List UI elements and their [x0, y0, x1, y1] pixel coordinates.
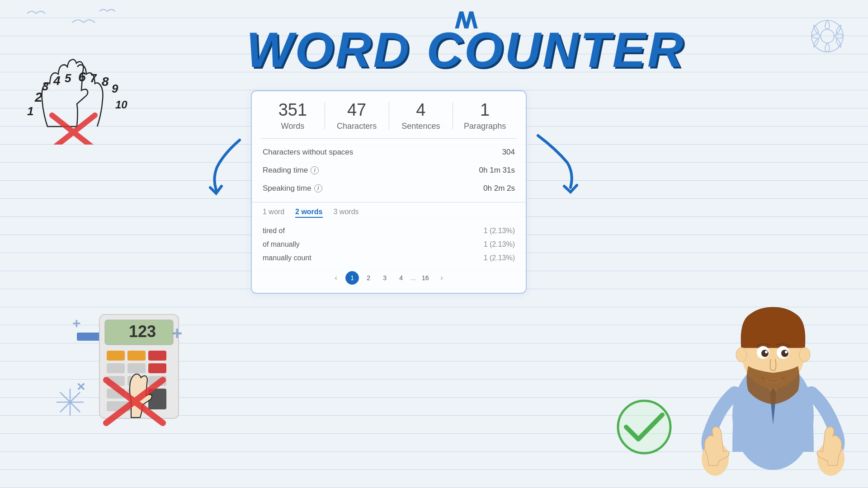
freq-phrase-3: manually count [263, 254, 311, 262]
svg-point-50 [781, 350, 788, 357]
reading-time-row: Reading time i 0h 1m 31s [263, 161, 515, 179]
words-label: Words [261, 122, 325, 131]
green-checkmark [615, 398, 669, 452]
svg-text:6: 6 [78, 69, 86, 84]
page-2[interactable]: 2 [362, 271, 375, 285]
pagination-next[interactable]: › [435, 271, 448, 285]
reading-time-label-group: Reading time i [263, 166, 319, 175]
calculator-illustration: + + % × 0% 123 [72, 292, 199, 434]
numbers-decoration: 1 2 3 4 5 6 7 8 9 10 [11, 45, 156, 146]
speaking-time-info-icon[interactable]: i [314, 184, 322, 192]
freq-phrase-1: tired of [263, 227, 285, 235]
top-stats-row: 351 Words 47 Characters 4 Sentences 1 Pa… [261, 100, 517, 139]
pagination: ‹ 1 2 3 4 ... 16 › [263, 265, 515, 288]
svg-text:2: 2 [34, 89, 42, 104]
frequency-section: 1 word 2 words 3 words tired of 1 (2.13%… [252, 202, 526, 288]
page-1[interactable]: 1 [345, 271, 359, 285]
chars-no-spaces-label: Characters without spaces [263, 148, 353, 157]
chars-no-spaces-value: 304 [502, 148, 515, 157]
svg-text:10: 10 [115, 99, 127, 111]
frequency-tabs: 1 word 2 words 3 words [263, 208, 515, 218]
page-4[interactable]: 4 [394, 271, 408, 285]
page-16[interactable]: 16 [419, 271, 432, 285]
main-title: WORD COUNTER [154, 25, 778, 75]
freq-row-2: of manually 1 (2.13%) [263, 238, 515, 251]
reading-time-label: Reading time [263, 166, 308, 175]
sentences-stat: 4 Sentences [389, 100, 453, 131]
svg-text:1: 1 [27, 104, 33, 118]
paragraphs-label: Paragraphs [453, 122, 517, 131]
svg-text:5: 5 [65, 71, 71, 85]
svg-rect-31 [107, 363, 125, 373]
svg-text:+: + [72, 315, 81, 331]
svg-rect-30 [148, 363, 166, 373]
svg-rect-32 [127, 363, 146, 373]
characters-value: 47 [325, 100, 389, 120]
svg-text:×: × [77, 378, 85, 394]
chars-no-spaces-row: Characters without spaces 304 [263, 143, 515, 161]
freq-count-3: 1 (2.13%) [484, 254, 515, 262]
paragraphs-stat: 1 Paragraphs [453, 100, 517, 131]
speaking-time-label: Speaking time [263, 184, 311, 193]
reading-time-value: 0h 1m 31s [479, 166, 515, 175]
freq-count-1: 1 (2.13%) [484, 227, 515, 235]
words-value: 351 [261, 100, 325, 120]
svg-rect-29 [148, 351, 166, 361]
tab-2-words[interactable]: 2 words [295, 208, 322, 218]
plus-deco: + [172, 323, 182, 343]
words-stat: 351 Words [261, 100, 325, 131]
svg-point-0 [811, 20, 843, 52]
freq-row-3: manually count 1 (2.13%) [263, 251, 515, 265]
stats-card: 351 Words 47 Characters 4 Sentences 1 Pa… [251, 90, 527, 294]
freq-row-1: tired of 1 (2.13%) [263, 224, 515, 238]
speaking-time-label-group: Speaking time i [263, 184, 322, 193]
sentences-value: 4 [389, 100, 453, 120]
svg-rect-28 [127, 351, 146, 361]
svg-rect-27 [107, 351, 125, 361]
svg-text:123: 123 [129, 322, 156, 341]
sentences-label: Sentences [389, 122, 453, 131]
svg-text:3: 3 [42, 80, 49, 93]
page-3[interactable]: 3 [378, 271, 392, 285]
svg-point-52 [785, 351, 788, 353]
title-area: ʍ WORD COUNTER [154, 9, 778, 75]
svg-text:9: 9 [112, 82, 118, 95]
svg-text:7: 7 [90, 71, 97, 85]
svg-text:8: 8 [102, 75, 109, 89]
speaking-time-value: 0h 2m 2s [483, 184, 515, 193]
paragraphs-value: 1 [453, 100, 517, 120]
svg-point-45 [736, 347, 747, 362]
tab-3-words[interactable]: 3 words [334, 208, 359, 218]
speaking-time-row: Speaking time i 0h 2m 2s [263, 179, 515, 197]
svg-point-1 [821, 29, 834, 43]
reading-time-info-icon[interactable]: i [311, 166, 319, 174]
freq-count-2: 1 (2.13%) [484, 240, 515, 249]
tab-1-word[interactable]: 1 word [263, 208, 284, 218]
svg-point-46 [799, 347, 810, 362]
freq-phrase-2: of manually [263, 240, 300, 249]
pagination-dots: ... [410, 274, 416, 282]
person-illustration [696, 262, 850, 488]
characters-label: Characters [325, 122, 389, 131]
detail-rows: Characters without spaces 304 Reading ti… [252, 139, 526, 202]
svg-text:4: 4 [53, 74, 61, 88]
pagination-prev[interactable]: ‹ [329, 271, 343, 285]
svg-point-49 [761, 350, 769, 357]
svg-point-51 [765, 351, 768, 353]
characters-stat: 47 Characters [325, 100, 389, 131]
